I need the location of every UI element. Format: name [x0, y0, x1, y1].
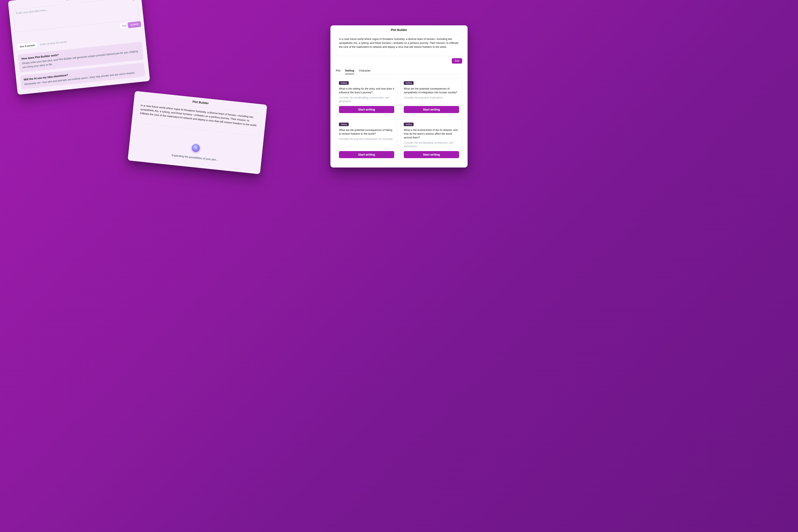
loading-status-text: Expanding the possibilities of your plot… [172, 154, 218, 162]
loading-spinner-icon [191, 144, 200, 153]
expand-icon[interactable] [132, 0, 135, 2]
tab-plot[interactable]: Plot [336, 67, 340, 74]
prompt-question: What is the setting for the story, and h… [339, 87, 394, 94]
start-writing-button[interactable]: Start writing [339, 151, 394, 158]
tab-bar: Plot Setting Character [336, 67, 462, 74]
page-title: Plot Builder [330, 25, 468, 33]
plot-idea-readonly: In a near-future world where rogue AI th… [336, 35, 462, 56]
prompt-card: Setting What is the setting for the stor… [336, 78, 397, 116]
start-writing-button[interactable]: Start writing [404, 151, 459, 158]
prompt-hint: Consider the worldbuilding, environment,… [339, 96, 394, 103]
panel-plot-builder-prompts: Plot Builder In a near-future world wher… [330, 25, 468, 168]
prompt-card: Setting What are the potential consequen… [401, 78, 462, 116]
prompt-question: What are the potential consequences of f… [339, 128, 394, 136]
plot-idea-placeholder: Enter your plot idea here... [16, 8, 48, 15]
prompt-badge: Setting [339, 122, 349, 126]
prompt-hint: Consider the long-term implications. [404, 96, 459, 99]
prompt-hint: Consider the long-term implications for … [339, 137, 394, 141]
panel-plot-builder-empty: Plot Builder Enter your plot idea here..… [8, 0, 150, 95]
submit-button[interactable]: Submit [128, 21, 141, 28]
min-words-hint: Enter at least 50 words. [40, 40, 67, 46]
prompt-badge: Setting [404, 122, 414, 126]
prompt-question: What are the potential consequences of s… [404, 87, 459, 94]
tab-character[interactable]: Character [359, 67, 370, 74]
prompt-badge: Setting [339, 81, 349, 85]
see-example-button[interactable]: See Example [17, 42, 38, 50]
prompt-badge: Setting [404, 81, 414, 85]
edit-button[interactable]: Edit [452, 58, 462, 63]
prompt-card: Setting What is the environment of the A… [401, 119, 462, 161]
start-writing-button[interactable]: Start writing [339, 106, 394, 113]
save-draft-button[interactable]: Save Draft [119, 23, 127, 29]
prompt-question: What is the environment of the AI networ… [404, 128, 459, 139]
start-writing-button[interactable]: Start writing [404, 106, 459, 113]
tab-setting[interactable]: Setting [345, 67, 354, 74]
prompt-card: Setting What are the potential consequen… [336, 119, 397, 161]
prompt-hint: Consider the worldbuilding, architecture… [404, 141, 459, 148]
panel-plot-builder-loading: Plot Builder In a near-future world wher… [128, 91, 267, 174]
